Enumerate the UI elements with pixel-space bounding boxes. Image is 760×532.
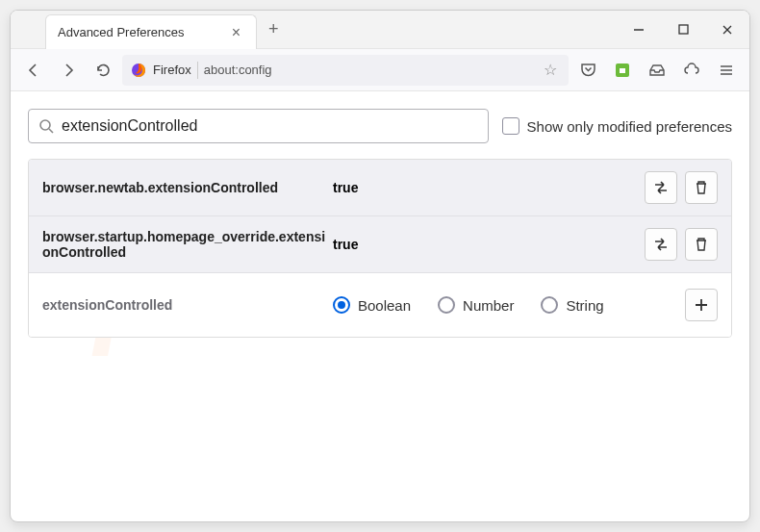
checkbox-label: Show only modified preferences [527, 118, 732, 135]
add-button[interactable] [685, 289, 718, 321]
firefox-icon [130, 62, 147, 79]
radio-icon [541, 296, 558, 314]
pref-value: true [333, 237, 439, 252]
radio-boolean[interactable]: Boolean [333, 296, 411, 314]
extension-icon[interactable] [607, 55, 638, 86]
svg-rect-6 [620, 68, 625, 73]
pref-name: browser.newtab.extensionControlled [42, 180, 333, 195]
pref-name: browser.startup.homepage_override.extens… [42, 229, 333, 260]
forward-button[interactable] [53, 55, 84, 86]
search-box[interactable] [28, 109, 489, 143]
radio-label: String [566, 297, 603, 314]
maximize-button[interactable] [661, 11, 705, 48]
browser-window: pcrisk.com Advanced Preferences × + [10, 10, 750, 522]
radio-string[interactable]: String [541, 296, 603, 314]
type-radios: Boolean Number String [333, 296, 604, 314]
reload-button[interactable] [88, 55, 118, 86]
url-separator [197, 62, 198, 79]
minimize-button[interactable] [617, 11, 661, 48]
search-row: Show only modified preferences [28, 109, 732, 143]
prefs-table: browser.newtab.extensionControlled true … [28, 159, 732, 338]
modified-only-checkbox[interactable]: Show only modified preferences [502, 117, 732, 135]
new-pref-name: extensionControlled [42, 297, 333, 313]
close-button[interactable] [705, 11, 749, 48]
menu-button[interactable] [711, 55, 742, 86]
checkbox-icon [502, 117, 519, 135]
pocket-icon[interactable] [572, 55, 603, 86]
radio-number[interactable]: Number [438, 296, 514, 314]
window-controls [617, 11, 749, 48]
tab-active[interactable]: Advanced Preferences × [45, 14, 257, 49]
titlebar: Advanced Preferences × + [11, 11, 749, 49]
search-input[interactable] [62, 117, 478, 135]
close-icon[interactable]: × [228, 24, 244, 41]
toolbar: Firefox about:config ☆ [11, 49, 749, 91]
svg-line-11 [49, 129, 53, 133]
new-pref-row: extensionControlled Boolean Number Strin… [29, 273, 731, 337]
url-bar[interactable]: Firefox about:config ☆ [122, 55, 569, 86]
url-brand: Firefox [153, 63, 191, 77]
svg-point-10 [40, 120, 50, 130]
pref-value: true [333, 180, 439, 195]
url-text: about:config [204, 63, 534, 77]
toggle-button[interactable] [645, 171, 677, 204]
content: Show only modified preferences browser.n… [11, 91, 749, 355]
radio-label: Boolean [358, 297, 411, 314]
radio-icon [438, 296, 455, 314]
inbox-icon[interactable] [642, 55, 672, 86]
radio-label: Number [463, 297, 514, 314]
newtab-button[interactable]: + [257, 11, 291, 48]
delete-button[interactable] [685, 171, 718, 204]
back-button[interactable] [18, 55, 49, 86]
bookmark-star-icon[interactable]: ☆ [540, 61, 561, 79]
cloud-icon[interactable] [676, 55, 707, 86]
pref-row[interactable]: browser.newtab.extensionControlled true [29, 160, 731, 216]
search-icon [38, 118, 54, 134]
pref-row[interactable]: browser.startup.homepage_override.extens… [29, 216, 731, 273]
radio-icon [333, 296, 350, 314]
toggle-button[interactable] [645, 228, 677, 261]
svg-rect-1 [679, 25, 688, 34]
tab-title: Advanced Preferences [58, 25, 228, 39]
delete-button[interactable] [685, 228, 718, 261]
